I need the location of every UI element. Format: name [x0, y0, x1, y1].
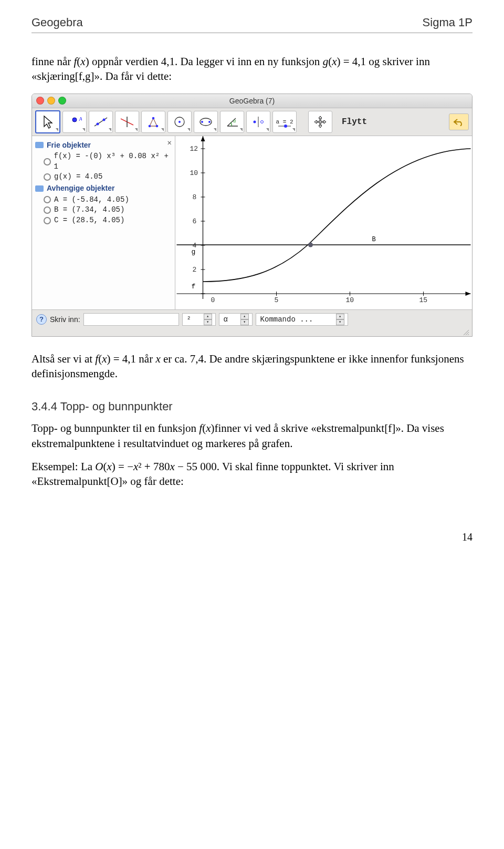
- svg-point-21: [261, 120, 264, 123]
- svg-text:f: f: [192, 283, 196, 291]
- svg-text:10: 10: [346, 296, 354, 304]
- toolbar: A α: [32, 108, 472, 136]
- header-rule: [32, 33, 472, 33]
- svg-point-6: [103, 118, 106, 121]
- svg-text:α: α: [233, 118, 236, 123]
- header-left: Geogebra: [32, 16, 83, 29]
- paragraph-4: Eksempel: La O(x) = −x² + 780x − 55 000.…: [32, 459, 472, 489]
- greek-picker[interactable]: α ▴▾: [219, 313, 253, 326]
- svg-text:10: 10: [190, 169, 198, 177]
- svg-text:A: A: [79, 116, 82, 122]
- svg-text:5: 5: [275, 296, 279, 304]
- geogebra-window: GeoGebra (7) A: [32, 94, 472, 337]
- svg-point-17: [208, 121, 211, 123]
- page-number: 14: [32, 531, 472, 543]
- tool-line[interactable]: [89, 111, 113, 133]
- object-g[interactable]: g(x) = 4.05: [44, 172, 172, 182]
- svg-point-51: [308, 242, 313, 247]
- folder-dependent[interactable]: Avhengige objekter: [35, 183, 172, 194]
- svg-line-55: [468, 334, 469, 335]
- svg-marker-9: [150, 118, 157, 126]
- command-input[interactable]: [83, 313, 179, 326]
- svg-marker-27: [466, 292, 471, 296]
- svg-line-4: [94, 118, 107, 126]
- svg-point-14: [178, 121, 181, 123]
- paragraph-2: Altså ser vi at f(x) = 4,1 når x er ca. …: [32, 351, 472, 381]
- tool-angle[interactable]: α: [220, 111, 244, 133]
- undo-button[interactable]: [449, 113, 469, 130]
- window-title: GeoGebra (7): [32, 97, 472, 105]
- folder-free[interactable]: Frie objekter: [35, 140, 172, 151]
- svg-text:B: B: [372, 236, 376, 243]
- object-A[interactable]: A = (-5.84, 4.05): [44, 195, 172, 205]
- svg-text:8: 8: [193, 193, 197, 201]
- tool-move[interactable]: [35, 110, 60, 133]
- svg-line-7: [121, 119, 133, 125]
- svg-point-2: [72, 118, 77, 122]
- svg-point-15: [200, 118, 212, 126]
- help-icon[interactable]: ?: [36, 314, 47, 325]
- tool-point[interactable]: A: [62, 111, 87, 133]
- object-f[interactable]: f(x) = -(0) x³ + 0.08 x² + 1: [44, 151, 172, 172]
- section-heading: 3.4.4 Topp- og bunnpunkter: [32, 400, 472, 413]
- resize-grip[interactable]: [32, 329, 472, 336]
- paragraph-3: Topp- og bunnpunkter til en funksjon f(x…: [32, 421, 472, 451]
- svg-point-10: [149, 125, 151, 127]
- superscript-picker[interactable]: ² ▴▾: [182, 313, 216, 326]
- svg-point-20: [254, 120, 256, 123]
- algebra-pane: ✕ Frie objekter f(x) = -(0) x³ + 0.08 x²…: [32, 136, 175, 309]
- folder-icon: [35, 142, 44, 148]
- command-picker[interactable]: Kommando ... ▴▾: [256, 313, 348, 326]
- svg-point-16: [201, 121, 203, 123]
- svg-text:6: 6: [193, 218, 197, 225]
- tool-move-view[interactable]: [308, 111, 332, 133]
- object-C[interactable]: C = (28.5, 4.05): [44, 215, 172, 226]
- close-pane-icon[interactable]: ✕: [167, 138, 172, 149]
- tool-conic[interactable]: [194, 111, 218, 133]
- svg-text:12: 12: [190, 145, 198, 153]
- object-B[interactable]: B = (7.34, 4.05): [44, 205, 172, 215]
- input-bar: ? Skriv inn: ² ▴▾ α ▴▾ Kommando ... ▴▾: [32, 310, 472, 329]
- svg-point-12: [152, 117, 155, 119]
- tool-slider[interactable]: a = 2: [272, 111, 297, 133]
- tool-circle[interactable]: [167, 111, 192, 133]
- svg-text:15: 15: [419, 296, 428, 304]
- window-titlebar: GeoGebra (7): [32, 94, 472, 108]
- folder-icon: [35, 185, 44, 192]
- svg-point-11: [156, 125, 159, 127]
- svg-marker-26: [201, 136, 205, 141]
- graphics-view[interactable]: 2 4 6 8 10 12 0 5 10 15 g: [175, 136, 472, 309]
- tool-label: Flytt: [342, 117, 367, 127]
- header-right: Sigma 1P: [423, 16, 472, 29]
- svg-point-5: [97, 122, 99, 125]
- svg-text:g: g: [192, 248, 196, 256]
- tool-perpendicular[interactable]: [115, 111, 139, 133]
- input-label: Skriv inn:: [50, 315, 80, 324]
- svg-point-13: [175, 117, 184, 127]
- tool-polygon[interactable]: [141, 111, 165, 133]
- paragraph-1: finne når f(x) oppnår verdien 4,1. Da le…: [32, 54, 472, 84]
- svg-text:0: 0: [211, 296, 215, 304]
- svg-text:2: 2: [193, 266, 197, 274]
- tool-reflect[interactable]: [246, 111, 270, 133]
